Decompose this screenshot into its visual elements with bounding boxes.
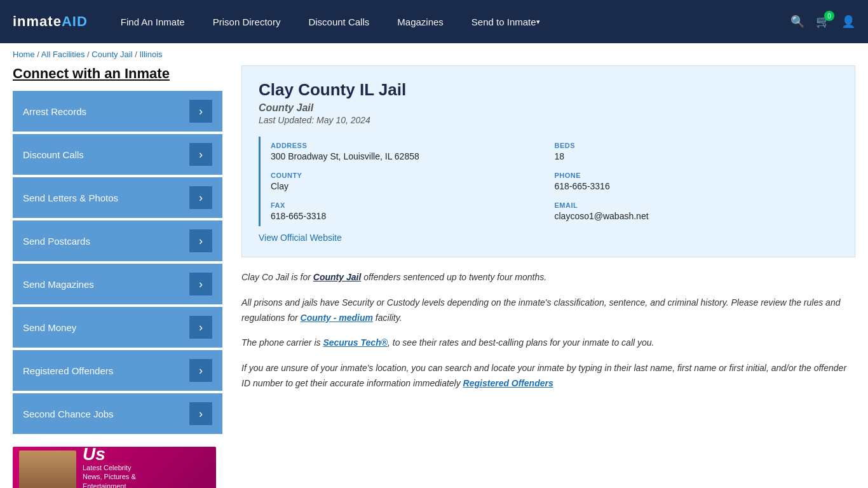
breadcrumb-all-facilities[interactable]: All Facilities <box>41 50 85 59</box>
phone-value: 618-665-3316 <box>555 181 826 191</box>
logo-text: inmateAID <box>13 13 88 30</box>
breadcrumb: Home / All Facilities / County Jail / Il… <box>0 43 868 65</box>
county-jail-link[interactable]: County Jail <box>313 272 361 282</box>
ad-brand: Us <box>83 447 210 463</box>
sidebar-item-arrest-records[interactable]: Arrest Records › <box>13 91 222 132</box>
sidebar-item-label: Send Letters & Photos <box>23 193 118 203</box>
nav-prison-directory[interactable]: Prison Directory <box>199 0 295 43</box>
sidebar-item-discount-calls[interactable]: Discount Calls › <box>13 134 222 175</box>
sidebar-item-second-chance-jobs[interactable]: Second Chance Jobs › <box>13 393 222 434</box>
user-icon[interactable]: 👤 <box>841 15 855 29</box>
cart-badge: 0 <box>824 11 834 21</box>
registered-offenders-link[interactable]: Registered Offenders <box>463 378 553 388</box>
desc-p3-start: The phone carrier is <box>241 337 323 348</box>
nav-magazines[interactable]: Magazines <box>383 0 458 43</box>
header-icons: 🔍 🛒 0 👤 <box>790 15 855 29</box>
breadcrumb-home[interactable]: Home <box>13 50 35 59</box>
chevron-right-icon: › <box>189 273 212 295</box>
facility-details: ADDRESS 300 Broadway St, Louisville, IL … <box>259 137 838 226</box>
chevron-right-icon: › <box>189 359 212 382</box>
facility-card: Clay County IL Jail County Jail Last Upd… <box>241 65 855 257</box>
advertisement: Us Latest CelebrityNews, Pictures &Enter… <box>13 447 216 488</box>
detail-email: EMAIL claycoso1@wabash.net <box>555 196 839 226</box>
ad-tagline: Latest CelebrityNews, Pictures &Entertai… <box>83 463 210 488</box>
securus-tech-link[interactable]: Securus Tech® <box>323 337 388 348</box>
chevron-right-icon: › <box>189 402 212 425</box>
county-value: Clay <box>271 181 542 191</box>
sidebar-title: Connect with an Inmate <box>13 65 222 82</box>
description-para4: If you are unsure of your inmate's locat… <box>241 361 855 391</box>
chevron-right-icon: › <box>189 143 212 166</box>
description-section: Clay Co Jail is for County Jail offender… <box>241 270 855 391</box>
header: inmateAID Find An Inmate Prison Director… <box>0 0 868 43</box>
sidebar-item-send-magazines[interactable]: Send Magazines › <box>13 264 222 304</box>
sidebar-menu: Arrest Records › Discount Calls › Send L… <box>13 91 222 434</box>
cart-icon[interactable]: 🛒 0 <box>816 15 830 29</box>
sidebar-item-label: Send Money <box>23 322 76 333</box>
logo[interactable]: inmateAID <box>13 13 88 30</box>
main-content: Connect with an Inmate Arrest Records › … <box>0 65 868 488</box>
sidebar-item-label: Discount Calls <box>23 149 84 160</box>
fax-value: 618-665-3318 <box>271 211 542 221</box>
desc-p1-start: Clay Co Jail is for <box>241 272 313 282</box>
desc-p3-end: , to see their rates and best-calling pl… <box>388 337 654 348</box>
sidebar-item-send-money[interactable]: Send Money › <box>13 307 222 348</box>
chevron-right-icon: › <box>189 186 212 209</box>
detail-beds: BEDS 18 <box>555 137 839 166</box>
breadcrumb-state[interactable]: Illinois <box>139 50 162 59</box>
detail-fax: FAX 618-665-3318 <box>271 196 555 226</box>
sidebar: Connect with an Inmate Arrest Records › … <box>13 65 222 488</box>
official-website-link[interactable]: View Official Website <box>259 233 342 243</box>
right-content: Clay County IL Jail County Jail Last Upd… <box>241 65 855 488</box>
desc-p2-end: facility. <box>373 313 402 323</box>
email-value: claycoso1@wabash.net <box>555 211 826 221</box>
search-icon[interactable]: 🔍 <box>790 15 804 29</box>
facility-updated: Last Updated: May 10, 2024 <box>259 115 838 125</box>
address-value: 300 Broadway St, Louisville, IL 62858 <box>271 151 542 161</box>
description-para3: The phone carrier is Securus Tech®, to s… <box>241 336 855 351</box>
email-label: EMAIL <box>555 201 826 209</box>
detail-county: COUNTY Clay <box>271 166 555 196</box>
county-label: COUNTY <box>271 172 542 179</box>
ad-image <box>19 451 76 488</box>
sidebar-item-send-postcards[interactable]: Send Postcards › <box>13 220 222 261</box>
sidebar-item-label: Send Postcards <box>23 236 90 247</box>
detail-address: ADDRESS 300 Broadway St, Louisville, IL … <box>271 137 555 166</box>
beds-label: BEDS <box>555 142 826 149</box>
sidebar-item-send-letters[interactable]: Send Letters & Photos › <box>13 177 222 218</box>
chevron-right-icon: › <box>189 100 212 123</box>
description-para1: Clay Co Jail is for County Jail offender… <box>241 270 855 285</box>
fax-label: FAX <box>271 201 542 209</box>
address-label: ADDRESS <box>271 142 542 149</box>
nav-send-to-inmate[interactable]: Send to Inmate <box>458 0 554 43</box>
desc-p1-end: offenders sentenced up to twenty four mo… <box>361 272 546 282</box>
chevron-right-icon: › <box>189 229 212 252</box>
facility-name: Clay County IL Jail <box>259 80 838 100</box>
sidebar-item-registered-offenders[interactable]: Registered Offenders › <box>13 350 222 391</box>
ad-content: Us Latest CelebrityNews, Pictures &Enter… <box>76 447 210 488</box>
sidebar-item-label: Send Magazines <box>23 279 94 290</box>
county-medium-link[interactable]: County - medium <box>301 313 373 323</box>
nav-discount-calls[interactable]: Discount Calls <box>294 0 383 43</box>
sidebar-item-label: Second Chance Jobs <box>23 409 114 419</box>
facility-type: County Jail <box>259 102 838 114</box>
chevron-right-icon: › <box>189 316 212 339</box>
description-para2: All prisons and jails have Security or C… <box>241 295 855 326</box>
sidebar-item-label: Arrest Records <box>23 106 86 117</box>
beds-value: 18 <box>555 151 826 161</box>
phone-label: PHONE <box>555 172 826 179</box>
nav-find-inmate[interactable]: Find An Inmate <box>107 0 199 43</box>
main-nav: Find An Inmate Prison Directory Discount… <box>107 0 790 43</box>
detail-phone: PHONE 618-665-3316 <box>555 166 839 196</box>
sidebar-item-label: Registered Offenders <box>23 365 113 376</box>
breadcrumb-county-jail[interactable]: County Jail <box>92 50 132 59</box>
